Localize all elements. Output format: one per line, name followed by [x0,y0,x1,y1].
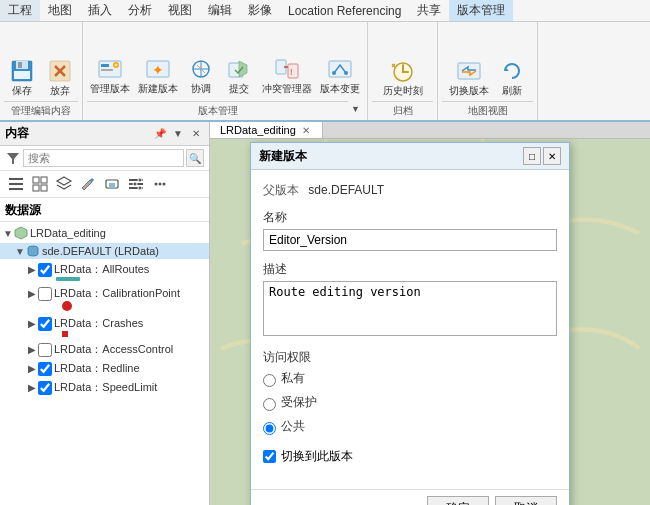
allroutes-checkbox[interactable] [38,263,52,277]
save-label: 保存 [12,85,32,97]
move-button[interactable] [101,173,123,195]
allroutes-symbol [56,277,80,281]
svg-rect-33 [41,177,47,183]
access-radio-group: 私有 受保护 公共 [263,370,557,438]
coordinate-button[interactable]: 协调 [183,53,219,97]
map-area: LRData_editing ✕ 新建版本 [210,122,650,505]
svg-rect-32 [33,177,39,183]
menu-engineering[interactable]: 工程 [0,0,40,21]
tree-row-redline[interactable]: ▶ LRData：Redline [0,360,209,377]
expand-calibration-icon[interactable]: ▶ [26,288,38,299]
expand-allroutes-icon[interactable]: ▶ [26,264,38,275]
version-change-icon [326,55,354,83]
settings-button[interactable] [125,173,147,195]
access-checkbox[interactable] [38,343,52,357]
more-button[interactable] [149,173,171,195]
cancel-button[interactable]: 取消 [495,496,557,505]
menu-imagery[interactable]: 影像 [240,0,280,21]
tree-row-allroutes[interactable]: ▶ LRData：AllRoutes [0,261,209,278]
db-icon [26,244,40,258]
expand-access-icon[interactable]: ▶ [26,344,38,355]
tree-row-crashes[interactable]: ▶ LRData：Crashes [0,315,209,332]
sidebar-menu-button[interactable]: ▼ [170,126,186,142]
version-change-button[interactable]: 版本变更 [317,53,363,97]
dialog-minimize-button[interactable]: □ [523,147,541,165]
expand-crashes-icon[interactable]: ▶ [26,318,38,329]
speedlimit-checkbox[interactable] [38,381,52,395]
submit-icon [225,55,253,83]
menu-bar: 工程 地图 插入 分析 视图 编辑 影像 Location Referencin… [0,0,650,22]
switch-version-button[interactable]: 切换版本 [446,55,492,99]
menu-analysis[interactable]: 分析 [120,0,160,21]
ribbon-group-mapview: 切换版本 刷新 地图视图 [438,22,538,120]
redline-checkbox[interactable] [38,362,52,376]
menu-map[interactable]: 地图 [40,0,80,21]
main-area: 内容 📌 ▼ ✕ 🔍 [0,122,650,505]
menu-view[interactable]: 视图 [160,0,200,21]
refresh-label: 刷新 [502,85,522,97]
expand-sde-icon[interactable]: ▼ [14,246,26,257]
new-version-button[interactable]: ✦ 新建版本 [135,53,181,97]
save-button[interactable]: 保存 [4,55,40,99]
menu-insert[interactable]: 插入 [80,0,120,21]
expand-speedlimit-icon[interactable]: ▶ [26,382,38,393]
calibration-checkbox[interactable] [38,287,52,301]
search-go-button[interactable]: 🔍 [186,149,204,167]
list-item: ▶ LRData：Crashes [0,314,209,340]
radio-public[interactable] [263,422,276,435]
svg-rect-31 [9,188,23,190]
table-view-button[interactable] [29,173,51,195]
close-sidebar-button[interactable]: ✕ [188,126,204,142]
tree-row-sde[interactable]: ▼ sde.DEFAULT (LRData) [0,243,209,259]
menu-share[interactable]: 共享 [409,0,449,21]
expand-lrdata-icon[interactable]: ▼ [2,228,14,239]
sidebar-title: 内容 [5,125,29,142]
svg-rect-34 [33,185,39,191]
access-field-label: 访问权限 [263,349,557,366]
svg-rect-27 [458,63,480,79]
submit-button[interactable]: 提交 [221,53,257,97]
expand-redline-icon[interactable]: ▶ [26,363,38,374]
radio-protected[interactable] [263,398,276,411]
name-input[interactable] [263,229,557,251]
svg-point-45 [155,183,158,186]
ribbon-group-manage-edits: 保存 放弃 管理编辑内容 [0,22,83,120]
tree-row-calibration[interactable]: ▶ LRData：CalibrationPoint [0,285,209,302]
tree-row-lrdata[interactable]: ▼ LRData_editing [0,225,209,241]
layer-view-button[interactable] [53,173,75,195]
menu-version-mgmt[interactable]: 版本管理 [449,0,513,21]
ribbon-group-items-version: 管理版本 ✦ 新建版本 [87,24,363,99]
conflict-button[interactable]: ! 冲突管理器 [259,53,315,97]
parent-version-value: sde.DEFAULT [308,183,384,197]
coordinate-icon [187,55,215,83]
name-field: 名称 [263,209,557,251]
tree-row-access[interactable]: ▶ LRData：AccessControl [0,341,209,358]
radio-private[interactable] [263,374,276,387]
desc-textarea[interactable]: Route editing version [263,281,557,336]
svg-rect-9 [101,69,113,71]
pin-button[interactable]: 📌 [152,126,168,142]
edit-tool-button[interactable] [77,173,99,195]
conflict-label: 冲突管理器 [262,83,312,95]
menu-location-ref[interactable]: Location Referencing [280,2,409,20]
expand-arrow[interactable]: ▼ [348,104,363,114]
search-input[interactable] [23,149,184,167]
refresh-button[interactable]: 刷新 [494,55,530,99]
tree-row-speedlimit[interactable]: ▶ LRData：SpeedLimit [0,379,209,396]
crashes-checkbox[interactable] [38,317,52,331]
new-version-dialog: 新建版本 □ ✕ 父版本 sde.DEFAULT 名称 [250,142,570,505]
svg-rect-2 [14,71,30,79]
history-button[interactable]: 历史时刻 [380,55,426,99]
manage-version-button[interactable]: 管理版本 [87,53,133,97]
switch-version-checkbox[interactable] [263,450,276,463]
list-item: ▼ LRData_editing [0,224,209,242]
list-view-button[interactable] [5,173,27,195]
menu-edit[interactable]: 编辑 [200,0,240,21]
desc-field: 描述 Route editing version [263,261,557,339]
list-item: ▶ LRData：Redline [0,359,209,378]
dialog-close-button[interactable]: ✕ [543,147,561,165]
discard-button[interactable]: 放弃 [42,55,78,99]
ok-button[interactable]: 确定 [427,496,489,505]
list-item: ▼ sde.DEFAULT (LRData) [0,242,209,260]
history-icon [389,57,417,85]
